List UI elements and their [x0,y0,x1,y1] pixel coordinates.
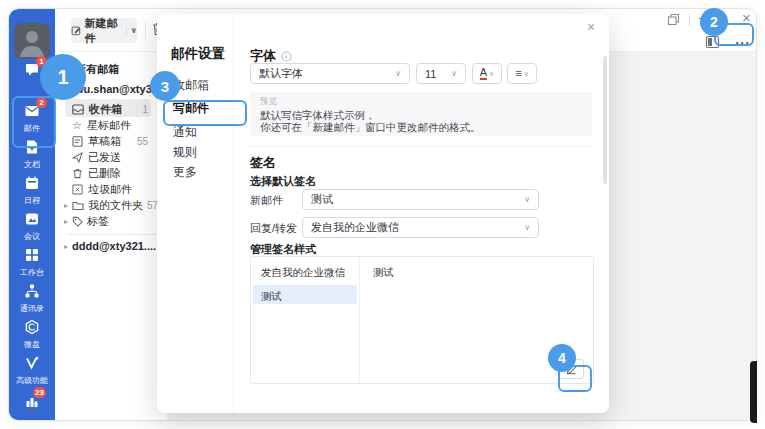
preview-label: 预览 [260,96,592,108]
contacts-label: 通讯录 [9,305,55,313]
star-icon: ☆ [72,120,82,131]
annotation-box-mail-rail [12,96,56,148]
new-mail-signature-value: 测试 [311,192,333,207]
avatar-person-icon [14,23,50,59]
signature-manage-box: 发自我的企业微信 测试 测试 [250,256,594,384]
account-divider [67,234,157,235]
calendar-label: 日程 [9,197,55,205]
manage-signature-heading: 管理签名样式 [250,242,316,257]
drive-icon [24,319,40,335]
mail-settings-dialog: 邮件设置 收邮箱 写邮件 通知 规则 更多 × 字体 默认字体 ∨ 11 ∨ A… [157,14,609,413]
compose-icon [71,24,82,37]
folder-row-sent[interactable]: 已发送 [72,150,148,165]
folder-label: 我的文件夹 [88,198,143,213]
deleted-icon [72,168,83,179]
sidebar-item-workbench[interactable]: 工作台 [9,247,55,277]
popout-icon[interactable] [667,13,680,26]
dialog-title: 邮件设置 [171,45,225,63]
workbench-icon [24,247,40,263]
font-preview-box: 预览 默认写信字体样式示例， 你还可在「新建邮件」窗口中更改邮件的格式。 [250,92,592,136]
folder-row-deleted[interactable]: 已删除 [72,166,148,181]
signature-list-item[interactable]: 发自我的企业微信 [261,266,345,280]
folder-row-starred[interactable]: ☆ 星标邮件 [72,118,148,133]
line-spacing-button[interactable]: ≡ ∨ [507,63,537,84]
folder-label: 草稿箱 [88,134,121,149]
avatar[interactable] [14,23,50,59]
workbench-label: 工作台 [9,269,55,277]
chevron-down-icon: ∨ [524,195,530,204]
font-color-button[interactable]: A ∨ [472,63,502,84]
folder-label: 垃圾邮件 [88,182,132,197]
inbox-icon [72,104,84,115]
dialog-close-button[interactable]: × [587,19,595,35]
chevron-down-icon: ∨ [524,223,530,232]
folder-label: 收件箱 [89,102,122,117]
app-badge: 23 [33,387,46,398]
dialog-scrollbar[interactable] [603,56,607,184]
chevron-down-icon: ∨ [524,70,529,78]
settings-nav-notifications[interactable]: 通知 [173,124,197,141]
sidebar-item-calendar[interactable]: 日程 [9,175,55,205]
account-2[interactable]: ▸ dddd@xty321.... cm [64,240,164,252]
preview-line-2: 你还可在「新建邮件」窗口中更改邮件的格式。 [260,121,592,133]
folder-row-tags[interactable]: ▸ 标签 [64,214,150,229]
tag-icon [72,216,83,227]
annotation-badge-3: 3 [150,71,180,101]
folder-count: 1 [142,104,148,115]
sidebar-item-app[interactable]: 23 [9,393,55,413]
signature-list-divider [359,257,360,383]
chevron-right-icon: ▸ [64,217,68,226]
sidebar-item-meeting[interactable]: 会议 [9,211,55,241]
sent-icon [72,152,83,163]
settings-nav-more[interactable]: 更多 [173,164,197,181]
folder-row-drafts[interactable]: 草稿箱 55 [72,134,148,149]
reply-forward-label: 回复/转发 [250,221,297,236]
drive-label: 微盘 [9,341,55,349]
folder-label: 已删除 [88,166,121,181]
font-size-value: 11 [425,68,436,80]
sidebar-item-drive[interactable]: 微盘 [9,319,55,349]
folder-row-myfolders[interactable]: ▸ 我的文件夹 572 [64,198,150,213]
sidebar-item-contacts[interactable]: 通讯录 [9,283,55,313]
background-window-edge [750,361,757,423]
annotation-badge-2: 2 [700,8,728,36]
section-divider [250,146,592,147]
default-signature-heading: 选择默认签名 [250,174,316,189]
new-mail-label: 新邮件 [250,193,283,208]
compose-dropdown-chevron[interactable]: ∨ [126,26,138,35]
junk-icon [72,184,83,195]
preview-line-1: 默认写信字体样式示例， [260,109,592,121]
annotation-badge-1: 1 [40,54,86,100]
chevron-down-icon: ∨ [395,69,401,78]
dialog-sidebar-divider [233,14,234,413]
info-icon [281,51,292,62]
settings-nav-rules[interactable]: 规则 [173,144,197,161]
reply-signature-value: 发自我的企业微信 [311,220,399,235]
folder-icon [72,201,84,211]
advanced-features-icon [24,355,40,371]
chevron-down-icon: ∨ [489,70,494,78]
folder-row-junk[interactable]: 垃圾邮件 [72,182,148,197]
font-family-select[interactable]: 默认字体 ∨ [250,63,410,84]
line-spacing-icon: ≡ [515,68,521,79]
sidebar-item-advanced[interactable]: 高级功能 [9,355,55,385]
folder-count: 55 [137,136,148,147]
draft-icon [72,136,83,147]
chevron-down-icon: ∨ [451,69,457,78]
meeting-icon [24,211,40,227]
meeting-label: 会议 [9,233,55,241]
docs-label: 文档 [9,161,55,169]
folder-row-inbox[interactable]: 收件箱 1 [72,102,148,117]
chevron-right-icon: ▸ [64,242,68,251]
compose-button[interactable]: 新建邮件 ∨ [71,18,137,43]
account-2-label: dddd@xty321.... [72,240,156,252]
font-size-select[interactable]: 11 ∨ [416,63,466,84]
signature-list-item[interactable]: 测试 [261,290,282,304]
chevron-right-icon: ▸ [64,201,68,210]
toolbar-separator [145,22,146,39]
annotation-badge-4: 4 [548,344,576,372]
calendar-icon [24,175,40,191]
reply-signature-select[interactable]: 发自我的企业微信 ∨ [302,217,539,238]
new-mail-signature-select[interactable]: 测试 ∨ [302,189,539,210]
advanced-features-label: 高级功能 [9,377,55,385]
